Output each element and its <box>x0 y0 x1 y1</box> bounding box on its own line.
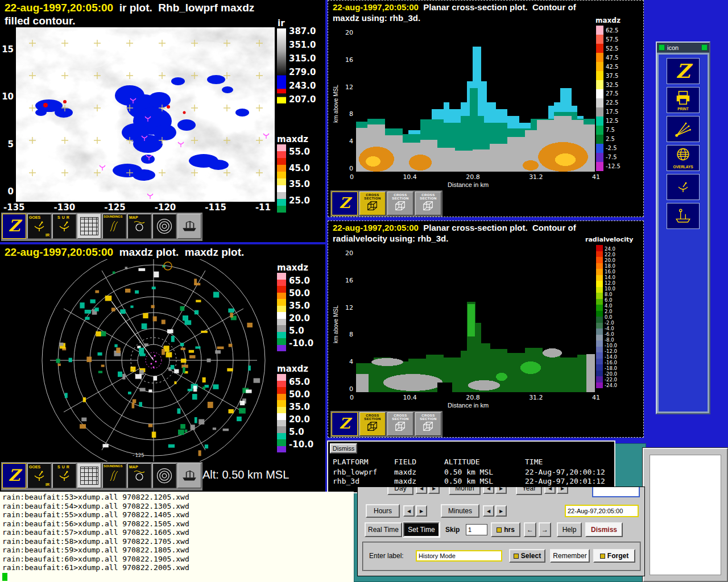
soundings-button[interactable]: SOUNDINGS <box>102 463 126 488</box>
ir-satellite-image[interactable] <box>16 27 275 202</box>
zebra-logo-button[interactable]: Z <box>2 463 26 488</box>
cross-section-button-1[interactable]: CROSSSECTION <box>359 412 386 436</box>
grid-overlay-button[interactable] <box>77 214 101 239</box>
year-button[interactable]: Year <box>516 487 542 495</box>
cross-section-label: CROSSSECTION <box>420 414 436 421</box>
ship-profile-button[interactable] <box>667 203 700 229</box>
spin-up-button[interactable]: ▶ <box>495 487 507 494</box>
tick-label: 47.5 <box>606 55 621 61</box>
table-row[interactable]: rhb_lowprfmaxdz0.50 km MSL22-Aug-97,20:0… <box>333 468 612 477</box>
tick-label: 27.5 <box>606 90 621 97</box>
ship-platform-button[interactable] <box>177 214 201 239</box>
soundings-button[interactable]: SOUNDINGS <box>102 214 126 239</box>
table-row[interactable]: rhb_3dmaxdz0.50 km MSL22-Aug-97,20:01:12 <box>333 477 612 486</box>
terminal-window[interactable]: rain:beaufait:53>xdump.all 970822.1205.x… <box>0 492 354 582</box>
select-label: Select <box>521 552 541 560</box>
zebra-logo-button[interactable]: Z <box>332 412 358 436</box>
hours-button[interactable]: Hours <box>366 504 400 518</box>
latlon-grid-crosses <box>16 27 275 202</box>
satellite-dish-icon <box>57 219 71 233</box>
colorbar-segment <box>596 347 603 353</box>
spin-up-button[interactable]: ▶ <box>557 487 568 494</box>
grid-icon <box>80 467 98 485</box>
zebra-logo-button[interactable]: Z <box>2 214 26 239</box>
table-dismiss-button[interactable]: Dismiss <box>330 443 357 454</box>
set-time-button[interactable]: Set Time <box>403 522 440 537</box>
hrs-option-icon <box>497 527 502 533</box>
cross-section-button-2[interactable]: CROSSSECTION <box>387 192 413 215</box>
radar-ppi-canvas: -125 <box>0 259 274 462</box>
beam-rays-icon <box>675 120 692 138</box>
table-header-cell: ALTITUDE <box>444 458 525 467</box>
goes-ir-button[interactable]: GOESIR <box>27 463 51 488</box>
spin-down-button[interactable]: ◀ <box>416 487 427 494</box>
window-iconify-button[interactable] <box>701 44 708 51</box>
xsec-radial-plot[interactable] <box>356 253 595 392</box>
zebra-logo-button[interactable]: Z <box>332 192 358 215</box>
tick-label: 0.0 <box>605 314 617 320</box>
real-time-button[interactable]: Real Time <box>365 522 402 537</box>
colorbar-segment <box>596 293 603 299</box>
map-button[interactable]: MAP <box>127 463 151 488</box>
hrs-option-button[interactable]: hrs <box>491 522 520 537</box>
overlays-label: OVERLAYS <box>673 165 693 169</box>
spin-down-button[interactable]: ◀ <box>403 505 415 517</box>
ir-colorbar-ticks: 387.0351.0315.0279.0243.0207.0 <box>289 26 316 105</box>
cross-section-button-2[interactable]: CROSSSECTION <box>387 412 413 436</box>
tick-label: 37.5 <box>606 73 621 79</box>
help-button[interactable]: Help <box>557 522 582 537</box>
skip-back-button[interactable]: ← <box>524 522 536 537</box>
icon-window-titlebar[interactable]: icon <box>657 43 709 53</box>
title-timestamp: 22-aug-1997,20:05:00 <box>5 2 113 14</box>
maxdz-plot-title: 22-aug-1997,20:05:00 maxdz plot. maxdz p… <box>5 246 244 259</box>
sur-button[interactable]: SUR <box>52 463 76 488</box>
colorbar-segment <box>596 383 603 389</box>
time-dismiss-button[interactable]: Dismiss <box>585 522 623 537</box>
colorbar-segment <box>277 206 286 213</box>
radar-dish-button[interactable] <box>667 174 700 200</box>
cross-section-label: CROSSSECTION <box>392 414 408 421</box>
cross-section-button-3[interactable]: CROSSSECTION <box>415 192 441 215</box>
maxdz-colorbar2-label: maxdz <box>277 364 308 374</box>
spin-down-button[interactable]: ◀ <box>483 487 494 494</box>
forget-button[interactable]: Forget <box>593 549 635 563</box>
tick-label: 55.0 <box>289 147 310 157</box>
map-button[interactable]: MAP <box>127 214 151 239</box>
cross-section-button-1[interactable]: CROSSSECTION <box>359 192 386 215</box>
select-button[interactable]: Select <box>509 549 545 563</box>
satellite-image-canvas <box>16 27 275 202</box>
day-button[interactable]: Day <box>387 487 413 495</box>
month-button[interactable]: Month <box>449 487 481 495</box>
spin-up-button[interactable]: ▶ <box>495 505 507 517</box>
overlays-button[interactable]: OVERLAYS <box>667 145 700 171</box>
tick-label: -8.0 <box>605 337 617 343</box>
print-button[interactable]: PRINT <box>667 87 700 113</box>
spin-up-button[interactable]: ▶ <box>428 487 440 494</box>
skip-forward-button[interactable]: → <box>539 522 551 537</box>
window-menu-button[interactable] <box>659 44 665 51</box>
tick-label: -10.0 <box>605 343 617 348</box>
cross-section-button-3[interactable]: CROSSSECTION <box>415 412 441 436</box>
soundings-label: SOUNDINGS <box>104 215 126 218</box>
xsec-maxdz-plot[interactable] <box>356 32 595 172</box>
label-field[interactable] <box>416 550 502 562</box>
remember-button[interactable]: Remember <box>550 549 590 563</box>
spin-down-button[interactable]: ◀ <box>483 505 494 517</box>
cross-section-label: CROSSSECTION <box>420 193 436 200</box>
table-cell: 0.50 km MSL <box>444 468 525 477</box>
radar-ppi-display[interactable]: -125 <box>0 259 274 462</box>
ship-platform-button[interactable] <box>177 463 201 488</box>
beam-scan-button[interactable] <box>667 116 700 142</box>
zebra-logo-button[interactable]: Z <box>667 58 700 84</box>
grid-overlay-button[interactable] <box>77 463 101 488</box>
range-rings-button[interactable] <box>152 214 176 239</box>
skip-value-field[interactable] <box>466 524 487 535</box>
goes-ir-button[interactable]: GOESIR <box>27 214 51 239</box>
minutes-button[interactable]: Minutes <box>441 504 479 518</box>
spin-down-button[interactable]: ◀ <box>544 487 556 494</box>
datetime-field[interactable] <box>565 505 639 517</box>
spin-up-button[interactable]: ▶ <box>416 505 427 517</box>
range-rings-button[interactable] <box>152 463 176 488</box>
sur-button[interactable]: SUR <box>52 214 76 239</box>
cube-icon <box>366 200 379 213</box>
